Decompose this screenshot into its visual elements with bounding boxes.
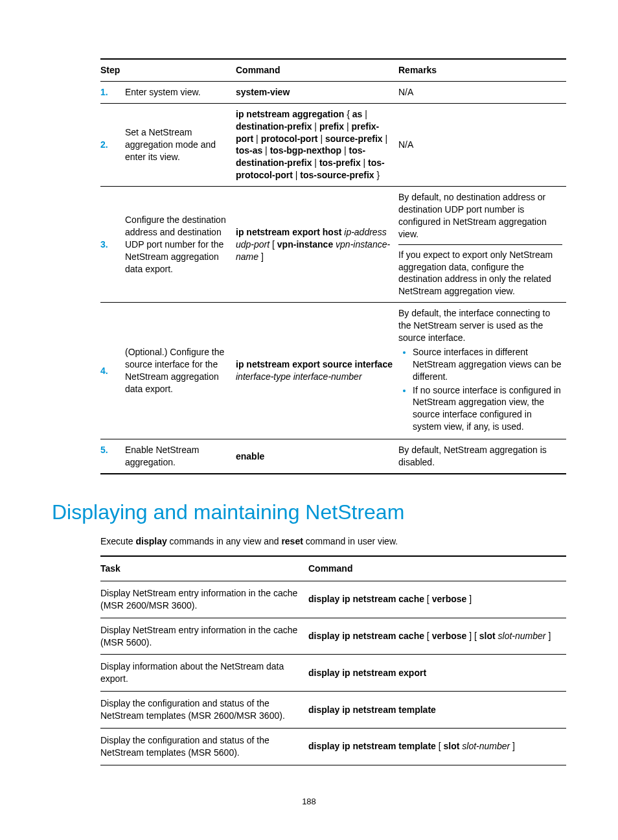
command-text: display ip netstream cache [ verbose ]: [308, 581, 566, 618]
task-text: Display information about the NetStream …: [100, 655, 308, 692]
remarks-text: N/A: [398, 81, 566, 103]
step-number: 3.: [100, 239, 108, 250]
table-row: Display NetStream entry information in t…: [100, 581, 566, 618]
step-number: 4.: [100, 366, 108, 376]
table-row: 2. Set a NetStream aggregation mode and …: [100, 103, 566, 186]
table-row: 4. (Optional.) Configure the source inte…: [100, 303, 566, 439]
page-number: 188: [52, 797, 566, 806]
command-text: system-view: [236, 87, 290, 97]
task-text: Display NetStream entry information in t…: [100, 581, 308, 618]
list-item: If no source interface is configured in …: [413, 384, 562, 434]
remarks-text: By default, the interface connecting to …: [398, 303, 566, 439]
command-text: display ip netstream cache [ verbose ] […: [308, 618, 566, 655]
remarks-text: By default, NetStream aggregation is dis…: [398, 439, 566, 474]
step-number: 5.: [100, 445, 108, 455]
table-row: Display NetStream entry information in t…: [100, 618, 566, 655]
task-text: Display the configuration and status of …: [100, 692, 308, 729]
tasks-table: Task Command Display NetStream entry inf…: [100, 555, 566, 765]
list-item: Source interfaces in different NetStream…: [413, 346, 562, 383]
command-text: display ip netstream export: [308, 655, 566, 692]
table-row: Display information about the NetStream …: [100, 655, 566, 692]
steps-table: Step Command Remarks 1. Enter system vie…: [100, 58, 566, 474]
command-text: display ip netstream template [ slot slo…: [308, 728, 566, 765]
col-command-header: Command: [236, 59, 398, 81]
step-number: 2.: [100, 139, 108, 150]
section-heading: Displaying and maintaining NetStream: [52, 500, 566, 524]
table-row: 3. Configure the destination address and…: [100, 187, 566, 303]
table-row: 5. Enable NetStream aggregation. enable …: [100, 439, 566, 474]
table-row: 1. Enter system view. system-view N/A: [100, 81, 566, 103]
intro-text: Execute display commands in any view and…: [100, 536, 566, 546]
step-text: Set a NetStream aggregation mode and ent…: [125, 103, 236, 186]
command-text: ip netstream export host ip-address udp-…: [236, 187, 398, 303]
command-text: ip netstream aggregation { as | destinat…: [236, 103, 398, 186]
command-text: enable: [236, 451, 264, 461]
step-text: Enable NetStream aggregation.: [125, 439, 236, 474]
command-text: ip netstream export source interface int…: [236, 303, 398, 439]
step-number: 1.: [100, 87, 108, 97]
step-text: Configure the destination address and de…: [125, 187, 236, 303]
task-text: Display NetStream entry information in t…: [100, 618, 308, 655]
table-row: Display the configuration and status of …: [100, 692, 566, 729]
col-command-header: Command: [308, 556, 566, 581]
table-row: Display the configuration and status of …: [100, 728, 566, 765]
remarks-text: By default, no destination address or de…: [398, 187, 566, 303]
col-remarks-header: Remarks: [398, 59, 566, 81]
col-step-header: Step: [100, 59, 236, 81]
col-task-header: Task: [100, 556, 308, 581]
step-text: Enter system view.: [125, 81, 236, 103]
command-text: display ip netstream template: [308, 692, 566, 729]
step-text: (Optional.) Configure the source interfa…: [125, 303, 236, 439]
task-text: Display the configuration and status of …: [100, 728, 308, 765]
remarks-text: N/A: [398, 103, 566, 186]
